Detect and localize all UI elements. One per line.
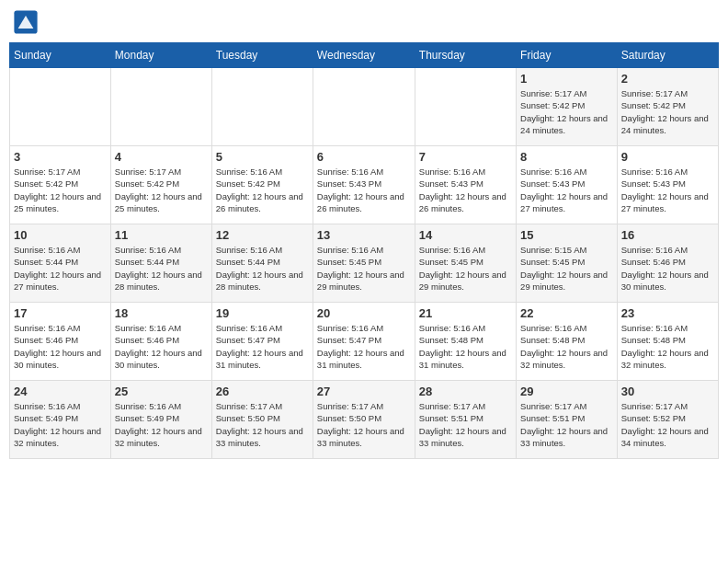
calendar-cell: 25Sunrise: 5:16 AMSunset: 5:49 PMDayligh… — [110, 381, 211, 459]
day-info: Sunrise: 5:17 AMSunset: 5:50 PMDaylight:… — [216, 400, 309, 449]
calendar-cell: 22Sunrise: 5:16 AMSunset: 5:48 PMDayligh… — [517, 303, 618, 381]
day-info: Sunrise: 5:16 AMSunset: 5:47 PMDaylight:… — [317, 322, 411, 371]
calendar-cell: 29Sunrise: 5:17 AMSunset: 5:51 PMDayligh… — [517, 381, 618, 459]
day-info: Sunrise: 5:16 AMSunset: 5:44 PMDaylight:… — [115, 244, 208, 293]
logo — [13, 9, 42, 35]
calendar-week-2: 3Sunrise: 5:17 AMSunset: 5:42 PMDaylight… — [10, 146, 719, 224]
day-info: Sunrise: 5:16 AMSunset: 5:43 PMDaylight:… — [621, 166, 714, 214]
calendar-cell — [415, 68, 516, 146]
day-info: Sunrise: 5:17 AMSunset: 5:42 PMDaylight:… — [520, 87, 613, 136]
day-number: 15 — [520, 228, 613, 242]
calendar-cell: 11Sunrise: 5:16 AMSunset: 5:44 PMDayligh… — [110, 224, 211, 303]
day-number: 6 — [317, 150, 411, 164]
day-info: Sunrise: 5:16 AMSunset: 5:47 PMDaylight:… — [216, 322, 309, 371]
day-number: 11 — [115, 228, 208, 242]
day-info: Sunrise: 5:16 AMSunset: 5:43 PMDaylight:… — [520, 166, 613, 214]
day-number: 18 — [115, 306, 208, 320]
calendar-cell: 17Sunrise: 5:16 AMSunset: 5:46 PMDayligh… — [10, 303, 111, 381]
day-number: 22 — [520, 306, 613, 320]
calendar-cell: 21Sunrise: 5:16 AMSunset: 5:48 PMDayligh… — [415, 303, 516, 381]
calendar-cell: 10Sunrise: 5:16 AMSunset: 5:44 PMDayligh… — [10, 224, 111, 303]
weekday-header-wednesday: Wednesday — [313, 43, 415, 68]
day-info: Sunrise: 5:16 AMSunset: 5:46 PMDaylight:… — [14, 322, 107, 371]
day-info: Sunrise: 5:16 AMSunset: 5:44 PMDaylight:… — [14, 244, 107, 293]
calendar-week-5: 24Sunrise: 5:16 AMSunset: 5:49 PMDayligh… — [10, 381, 719, 459]
weekday-header-sunday: Sunday — [10, 43, 111, 68]
calendar-cell: 8Sunrise: 5:16 AMSunset: 5:43 PMDaylight… — [517, 146, 618, 224]
day-number: 5 — [216, 150, 309, 164]
calendar-cell: 26Sunrise: 5:17 AMSunset: 5:50 PMDayligh… — [211, 381, 313, 459]
calendar-week-3: 10Sunrise: 5:16 AMSunset: 5:44 PMDayligh… — [10, 224, 719, 303]
weekday-header-tuesday: Tuesday — [211, 43, 313, 68]
calendar-cell: 12Sunrise: 5:16 AMSunset: 5:44 PMDayligh… — [211, 224, 313, 303]
weekday-header-thursday: Thursday — [415, 43, 516, 68]
day-info: Sunrise: 5:16 AMSunset: 5:48 PMDaylight:… — [419, 322, 512, 371]
day-info: Sunrise: 5:17 AMSunset: 5:42 PMDaylight:… — [115, 166, 208, 214]
day-number: 9 — [621, 150, 714, 164]
day-number: 10 — [14, 228, 107, 242]
day-number: 25 — [115, 385, 208, 398]
day-number: 30 — [621, 385, 714, 398]
calendar-cell: 30Sunrise: 5:17 AMSunset: 5:52 PMDayligh… — [617, 381, 718, 459]
day-number: 8 — [520, 150, 613, 164]
day-info: Sunrise: 5:16 AMSunset: 5:46 PMDaylight:… — [115, 322, 208, 371]
day-number: 20 — [317, 306, 411, 320]
calendar-week-1: 1Sunrise: 5:17 AMSunset: 5:42 PMDaylight… — [10, 68, 719, 146]
day-number: 21 — [419, 306, 512, 320]
day-info: Sunrise: 5:17 AMSunset: 5:42 PMDaylight:… — [621, 87, 714, 136]
calendar-cell: 9Sunrise: 5:16 AMSunset: 5:43 PMDaylight… — [617, 146, 718, 224]
calendar-table: SundayMondayTuesdayWednesdayThursdayFrid… — [9, 42, 719, 459]
day-info: Sunrise: 5:16 AMSunset: 5:48 PMDaylight:… — [621, 322, 714, 371]
day-number: 1 — [520, 72, 613, 86]
day-info: Sunrise: 5:17 AMSunset: 5:51 PMDaylight:… — [520, 400, 613, 449]
weekday-header-friday: Friday — [517, 43, 618, 68]
day-number: 26 — [216, 385, 309, 398]
day-info: Sunrise: 5:17 AMSunset: 5:51 PMDaylight:… — [419, 400, 512, 449]
calendar-cell: 6Sunrise: 5:16 AMSunset: 5:43 PMDaylight… — [313, 146, 415, 224]
calendar-cell: 5Sunrise: 5:16 AMSunset: 5:42 PMDaylight… — [211, 146, 313, 224]
day-info: Sunrise: 5:16 AMSunset: 5:42 PMDaylight:… — [216, 166, 309, 214]
calendar-cell — [10, 68, 111, 146]
day-info: Sunrise: 5:17 AMSunset: 5:52 PMDaylight:… — [621, 400, 714, 449]
calendar-week-4: 17Sunrise: 5:16 AMSunset: 5:46 PMDayligh… — [10, 303, 719, 381]
day-number: 7 — [419, 150, 512, 164]
day-info: Sunrise: 5:16 AMSunset: 5:49 PMDaylight:… — [14, 400, 107, 449]
day-number: 24 — [14, 385, 107, 398]
day-info: Sunrise: 5:17 AMSunset: 5:42 PMDaylight:… — [14, 166, 107, 214]
calendar-cell: 2Sunrise: 5:17 AMSunset: 5:42 PMDaylight… — [617, 68, 718, 146]
calendar-cell: 23Sunrise: 5:16 AMSunset: 5:48 PMDayligh… — [617, 303, 718, 381]
calendar-cell: 27Sunrise: 5:17 AMSunset: 5:50 PMDayligh… — [313, 381, 415, 459]
day-number: 14 — [419, 228, 512, 242]
day-info: Sunrise: 5:15 AMSunset: 5:45 PMDaylight:… — [520, 244, 613, 293]
calendar-cell: 20Sunrise: 5:16 AMSunset: 5:47 PMDayligh… — [313, 303, 415, 381]
calendar-cell: 19Sunrise: 5:16 AMSunset: 5:47 PMDayligh… — [211, 303, 313, 381]
day-info: Sunrise: 5:16 AMSunset: 5:43 PMDaylight:… — [317, 166, 411, 214]
day-number: 16 — [621, 228, 714, 242]
day-number: 17 — [14, 306, 107, 320]
day-number: 27 — [317, 385, 411, 398]
calendar-cell: 28Sunrise: 5:17 AMSunset: 5:51 PMDayligh… — [415, 381, 516, 459]
day-number: 12 — [216, 228, 309, 242]
weekday-header-saturday: Saturday — [617, 43, 718, 68]
day-number: 13 — [317, 228, 411, 242]
page-header — [9, 9, 719, 35]
day-info: Sunrise: 5:16 AMSunset: 5:43 PMDaylight:… — [419, 166, 512, 214]
day-info: Sunrise: 5:16 AMSunset: 5:48 PMDaylight:… — [520, 322, 613, 371]
day-number: 2 — [621, 72, 714, 86]
day-info: Sunrise: 5:16 AMSunset: 5:49 PMDaylight:… — [115, 400, 208, 449]
calendar-cell: 16Sunrise: 5:16 AMSunset: 5:46 PMDayligh… — [617, 224, 718, 303]
day-number: 28 — [419, 385, 512, 398]
day-info: Sunrise: 5:16 AMSunset: 5:46 PMDaylight:… — [621, 244, 714, 293]
calendar-cell: 24Sunrise: 5:16 AMSunset: 5:49 PMDayligh… — [10, 381, 111, 459]
day-number: 29 — [520, 385, 613, 398]
logo-icon — [13, 9, 39, 35]
calendar-cell — [211, 68, 313, 146]
day-number: 23 — [621, 306, 714, 320]
day-info: Sunrise: 5:16 AMSunset: 5:44 PMDaylight:… — [216, 244, 309, 293]
day-number: 4 — [115, 150, 208, 164]
calendar-cell: 3Sunrise: 5:17 AMSunset: 5:42 PMDaylight… — [10, 146, 111, 224]
calendar-cell — [313, 68, 415, 146]
calendar-cell: 4Sunrise: 5:17 AMSunset: 5:42 PMDaylight… — [110, 146, 211, 224]
calendar-cell — [110, 68, 211, 146]
day-info: Sunrise: 5:16 AMSunset: 5:45 PMDaylight:… — [317, 244, 411, 293]
